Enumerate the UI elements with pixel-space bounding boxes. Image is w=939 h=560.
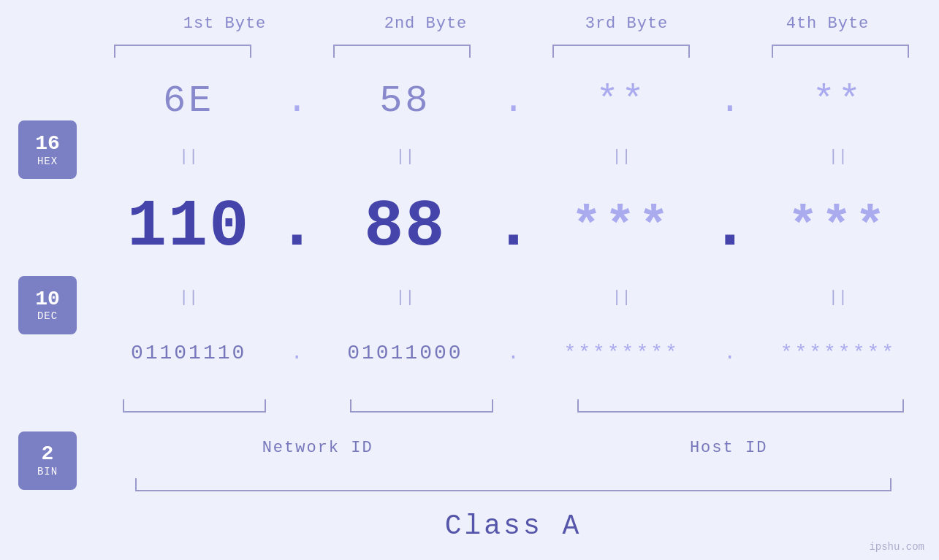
bracket-bottom-2 <box>350 399 493 413</box>
dec-val-4: *** <box>752 199 924 256</box>
dec-dot-2: . <box>492 190 536 264</box>
bin-val-2: 01011000 <box>319 342 491 364</box>
hex-dot-1: . <box>275 80 319 123</box>
main-container: 1st Byte 2nd Byte 3rd Byte 4th Byte 16 H… <box>0 0 939 560</box>
bin-dot-1: . <box>275 342 319 364</box>
hex-val-4: ** <box>752 80 924 123</box>
bracket-top-1 <box>114 45 251 58</box>
bin-dot-3: . <box>708 342 752 364</box>
hex-dot-2: . <box>492 80 536 123</box>
sep-row-1: || || || || <box>102 144 924 169</box>
class-label: Class A <box>102 510 924 542</box>
byte-headers-row: 1st Byte 2nd Byte 3rd Byte 4th Byte <box>124 15 928 33</box>
hex-badge: 16 HEX <box>18 120 77 179</box>
dec-val-1: 110 <box>102 190 275 264</box>
dec-val-2: 88 <box>319 190 491 264</box>
bin-val-3: ******** <box>536 342 708 364</box>
hex-row: 6E . 58 . ** . ** <box>102 72 924 130</box>
dec-dot-3: . <box>708 190 752 264</box>
hex-dot-3: . <box>708 80 752 123</box>
id-labels: Network ID Host ID <box>102 439 924 457</box>
bracket-bottom-host <box>577 399 904 413</box>
bin-val-4: ******** <box>752 342 924 364</box>
byte1-header: 1st Byte <box>124 15 325 33</box>
bin-val-1: 01101110 <box>102 342 275 364</box>
network-id-label: Network ID <box>102 439 533 457</box>
byte3-header: 3rd Byte <box>526 15 727 33</box>
watermark: ipshu.com <box>869 541 924 553</box>
dec-dot-1: . <box>275 190 319 264</box>
byte2-header: 2nd Byte <box>325 15 526 33</box>
bracket-bottom-1 <box>123 399 266 413</box>
hex-val-3: ** <box>536 80 708 123</box>
bin-badge: 2 BIN <box>18 431 77 490</box>
dec-row: 110 . 88 . *** . *** <box>102 183 924 271</box>
bin-dot-2: . <box>492 342 536 364</box>
sep-row-2: || || || || <box>102 285 924 310</box>
hex-val-1: 6E <box>102 80 275 123</box>
dec-badge: 10 DEC <box>18 276 77 334</box>
hex-val-2: 58 <box>319 80 491 123</box>
class-bracket <box>135 478 892 491</box>
bin-row: 01101110 . 01011000 . ******** . *******… <box>102 324 924 383</box>
bracket-top-4 <box>772 45 908 58</box>
byte4-header: 4th Byte <box>727 15 928 33</box>
badge-column: 16 HEX 10 DEC 2 BIN <box>0 58 95 553</box>
bracket-top-3 <box>552 45 689 58</box>
bracket-top-2 <box>333 45 470 58</box>
host-id-label: Host ID <box>533 439 924 457</box>
bottom-brackets <box>102 399 924 421</box>
dec-val-3: *** <box>536 199 708 256</box>
class-bracket-row <box>102 478 924 491</box>
